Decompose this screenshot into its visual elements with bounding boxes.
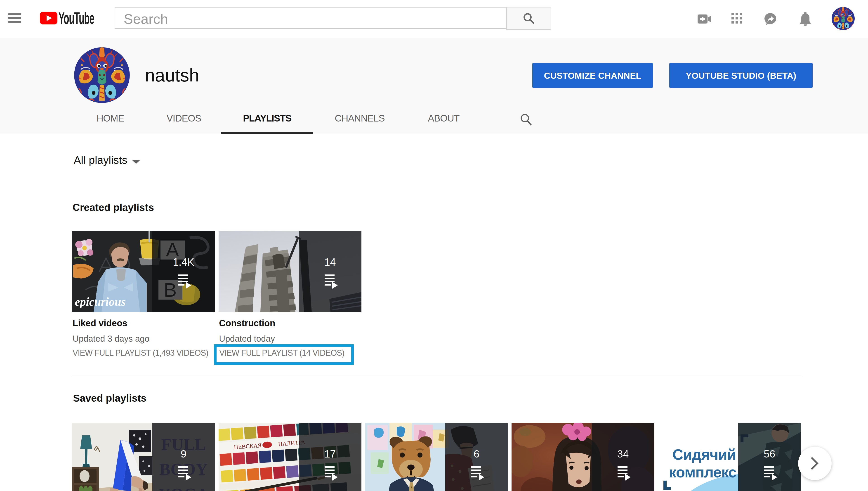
svg-text:56: 56	[764, 448, 775, 460]
svg-text:14: 14	[324, 256, 336, 268]
svg-text:6: 6	[473, 448, 479, 460]
svg-text:34: 34	[617, 448, 629, 460]
svg-text:17: 17	[324, 448, 336, 460]
svg-text:9: 9	[181, 448, 186, 460]
svg-text:комплекс: комплекс	[669, 464, 737, 481]
svg-text:epicurious: epicurious	[75, 295, 126, 308]
svg-text:1.4K: 1.4K	[173, 256, 194, 268]
svg-text:B: B	[164, 279, 177, 301]
svg-text:Сидячий: Сидячий	[673, 446, 736, 463]
